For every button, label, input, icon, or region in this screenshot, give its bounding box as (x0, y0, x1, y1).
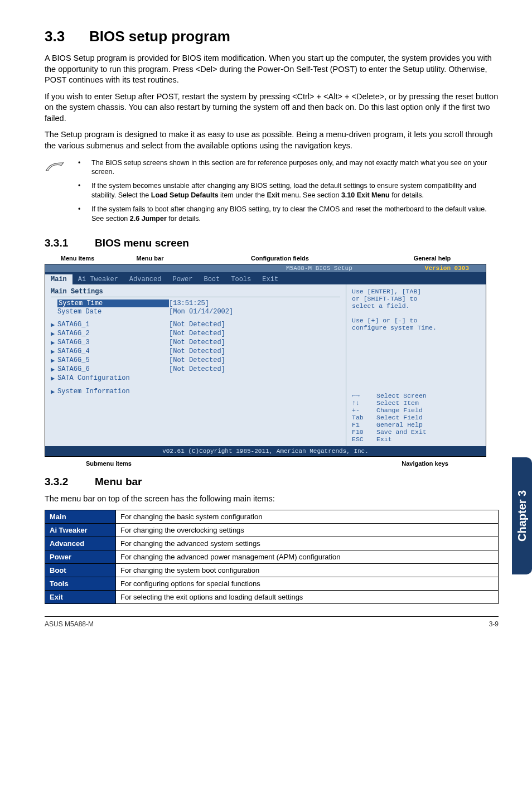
page-footer: ASUS M5A88-M 3-9 (45, 616, 499, 628)
note-item: •If the system becomes unstable after ch… (78, 181, 499, 200)
table-row: AdvancedFor changing the advanced system… (45, 537, 499, 550)
bios-setting-row[interactable]: System Time[13:51:25] (51, 299, 340, 307)
bios-sata-row[interactable]: ▶SATA6G_4[Not Detected] (51, 347, 340, 356)
paragraph: A BIOS Setup program is provided for BIO… (45, 53, 499, 86)
bios-submenu-row[interactable]: ▶System Information (51, 388, 340, 396)
table-desc-cell: For configuring options for special func… (116, 577, 499, 591)
bios-nav-key: ←→Select Screen (352, 392, 480, 399)
bios-sata-row[interactable]: ▶SATA6G_1[Not Detected] (51, 321, 340, 329)
label-menu-bar: Menu bar (108, 255, 192, 262)
bios-tab-advanced[interactable]: Advanced (124, 274, 167, 284)
subsection-number: 3.3.2 (45, 476, 95, 488)
table-header-cell: Boot (45, 564, 116, 577)
bios-tab-exit[interactable]: Exit (257, 274, 284, 284)
bios-sata-row[interactable]: ▶SATA6G_6[Not Detected] (51, 365, 340, 374)
table-desc-cell: For changing the system boot configurati… (116, 564, 499, 577)
bios-nav-key: ↑↓Select Item (352, 399, 480, 407)
note-block: •The BIOS setup screens shown in this se… (45, 158, 499, 228)
bios-sata-row[interactable]: ▶SATA6G_3[Not Detected] (51, 339, 340, 347)
table-desc-cell: For changing the advanced power manageme… (116, 550, 499, 564)
bios-help-line: Use [+] or [-] to (352, 317, 480, 324)
footer-page-number: 3-9 (489, 620, 499, 628)
bios-help-line: configure system Time. (352, 324, 480, 331)
table-desc-cell: For changing the advanced system setting… (116, 537, 499, 550)
bios-tab-ai-tweaker[interactable]: Ai Tweaker (72, 274, 124, 284)
note-list: •The BIOS setup screens shown in this se… (78, 158, 499, 228)
subsection-number: 3.3.1 (45, 237, 95, 249)
bios-screenshot: M5A88-M BIOS Setup Version 0303 MainAi T… (45, 264, 486, 457)
table-header-cell: Tools (45, 577, 116, 591)
table-desc-cell: For changing the overclocking settings (116, 524, 499, 537)
bios-sata-row[interactable]: ▶SATA6G_5[Not Detected] (51, 356, 340, 365)
bios-nav-key: TabSelect Field (352, 414, 480, 421)
bios-help-line (352, 310, 480, 317)
table-header-cell: Advanced (45, 537, 116, 550)
subsection-heading: 3.3.2Menu bar (45, 476, 499, 488)
table-header-cell: Exit (45, 591, 116, 604)
table-header-cell: Power (45, 550, 116, 564)
table-row: Ai TweakerFor changing the overclocking … (45, 524, 499, 537)
note-item: •If the system fails to boot after chang… (78, 205, 499, 224)
note-icon (45, 158, 78, 228)
bios-nav-key: F10Save and Exit (352, 428, 480, 436)
table-desc-cell: For changing the basic system configurat… (116, 510, 499, 524)
bios-help-line: Use [ENTER], [TAB] (352, 288, 480, 295)
table-row: PowerFor changing the advanced power man… (45, 550, 499, 564)
section-title: BIOS setup program (89, 28, 230, 45)
bios-copyright: v02.61 (C)Copyright 1985-2011, American … (45, 446, 486, 456)
table-row: ToolsFor configuring options for special… (45, 577, 499, 591)
label-menu-items: Menu items (47, 255, 108, 262)
bios-submenu-row[interactable]: ▶SATA Configuration (51, 374, 340, 383)
bios-nav-key: ESCExit (352, 436, 480, 443)
menubar-intro: The menu bar on top of the screen has th… (45, 494, 499, 505)
label-submenu-items: Submenu items (47, 460, 132, 467)
table-header-cell: Ai Tweaker (45, 524, 116, 537)
label-navigation-keys: Navigation keys (402, 460, 487, 467)
bios-version: Version 0303 (425, 265, 486, 272)
menubar-table: MainFor changing the basic system config… (45, 510, 499, 604)
bios-tab-power[interactable]: Power (167, 274, 198, 284)
bios-sata-row[interactable]: ▶SATA6G_2[Not Detected] (51, 330, 340, 338)
bios-help-line: or [SHIFT-TAB] to (352, 295, 480, 302)
table-row: BootFor changing the system boot configu… (45, 564, 499, 577)
chapter-side-tab: Chapter 3 (512, 457, 532, 574)
bios-left-pane: Main Settings System Time[13:51:25]Syste… (45, 284, 346, 446)
footer-left: ASUS M5A88-M (45, 620, 94, 628)
bios-help-line: select a field. (352, 302, 480, 310)
bios-tab-boot[interactable]: Boot (198, 274, 225, 284)
bios-title: M5A88-M BIOS Setup (45, 265, 425, 272)
label-general-help: General help (368, 255, 496, 262)
bios-help-pane: Use [ENTER], [TAB]or [SHIFT-TAB] toselec… (346, 284, 486, 446)
bios-nav-key: F1General Help (352, 421, 480, 428)
bios-top-labels: Menu items Menu bar Configuration fields… (45, 255, 499, 264)
bios-group-title: Main Settings (51, 288, 340, 297)
section-heading: 3.3BIOS setup program (45, 28, 499, 45)
table-row: MainFor changing the basic system config… (45, 510, 499, 524)
bios-tab-tools[interactable]: Tools (225, 274, 257, 284)
table-row: ExitFor selecting the exit options and l… (45, 591, 499, 604)
paragraph: If you wish to enter Setup after POST, r… (45, 91, 499, 124)
section-number: 3.3 (45, 28, 89, 45)
subsection-title: Menu bar (95, 476, 142, 487)
subsection-title: BIOS menu screen (95, 237, 189, 249)
bios-tab-main[interactable]: Main (45, 274, 72, 284)
table-desc-cell: For selecting the exit options and loadi… (116, 591, 499, 604)
note-item: •The BIOS setup screens shown in this se… (78, 158, 499, 177)
table-header-cell: Main (45, 510, 116, 524)
bios-setting-row[interactable]: System Date[Mon 01/14/2002] (51, 308, 340, 316)
label-config-fields: Configuration fields (192, 255, 368, 262)
bios-bottom-labels: Submenu items Navigation keys (45, 457, 490, 467)
paragraph: The Setup program is designed to make it… (45, 129, 499, 151)
subsection-heading: 3.3.1BIOS menu screen (45, 237, 499, 249)
bios-nav-key: +-Change Field (352, 407, 480, 414)
